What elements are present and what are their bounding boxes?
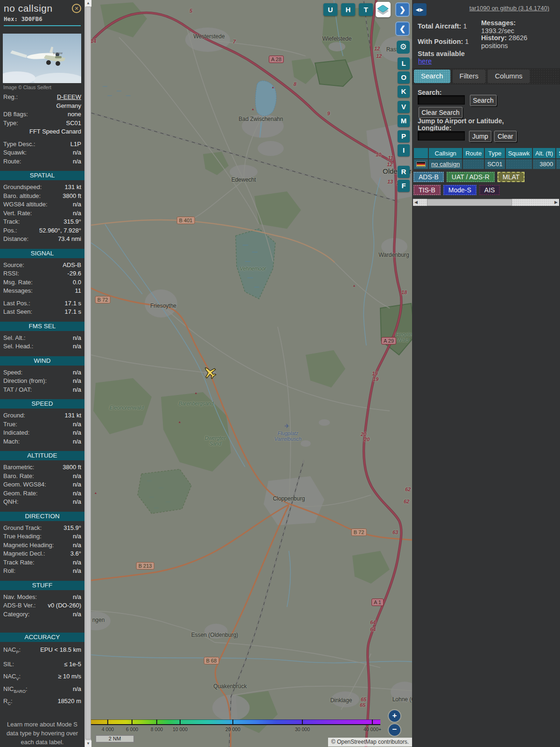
map-label: ▲ — [178, 420, 182, 423]
zoom-out-button[interactable]: − — [389, 724, 400, 736]
total-aircraft: Total Aircraft: 1 — [418, 22, 467, 30]
table-row[interactable]: no callsign SC01 3800 — [414, 159, 560, 169]
map-label: Flugplatz — [278, 430, 299, 436]
source-badge[interactable]: MLAT — [497, 172, 525, 182]
map-label: 5 — [189, 8, 192, 14]
column-header[interactable]: Route — [463, 148, 484, 158]
panel-tab[interactable]: Filters — [453, 70, 486, 83]
map-shortcut-button[interactable]: I — [398, 144, 410, 156]
jump-button[interactable]: Jump — [469, 131, 491, 142]
source-badge[interactable]: TIS-B — [413, 185, 441, 195]
data-row: Category:n/a — [3, 610, 81, 619]
section-stuff: STUFFNav. Modes:n/aADS-B Ver.:v0 (DO-260… — [0, 581, 84, 619]
row-callsign-link[interactable]: no callsign — [431, 161, 460, 168]
map-label: 8 — [294, 81, 296, 87]
gear-icon[interactable]: ⚙ — [397, 41, 410, 54]
map-shortcut-button[interactable]: R — [398, 166, 410, 178]
map-shortcut-button[interactable]: M — [398, 115, 410, 127]
map-label: A 29 — [381, 337, 396, 345]
map-letter-buttons: L O K V M P I R F — [398, 57, 410, 194]
column-header[interactable]: S — [556, 148, 560, 158]
source-badge[interactable]: UAT / ADS-R — [447, 172, 495, 182]
data-row: Speed:n/a — [3, 368, 81, 377]
source-badge[interactable]: Mode-S — [443, 185, 476, 195]
panel-tab[interactable]: Columns — [488, 70, 529, 83]
close-icon[interactable]: ✕ — [72, 4, 81, 13]
map-mode-button[interactable]: H — [341, 3, 355, 16]
hscroll-thumb[interactable] — [427, 199, 512, 206]
map-shortcut-button[interactable]: V — [398, 101, 410, 113]
expand-right-icon[interactable]: ❯ — [395, 2, 410, 17]
row-squawk — [506, 159, 532, 169]
map-attribution[interactable]: © OpenStreetMap contributors. — [328, 738, 412, 747]
map-label: Wald — [397, 337, 409, 343]
map-shortcut-button[interactable]: L — [398, 57, 410, 70]
map-mode-button[interactable]: U — [323, 3, 337, 16]
data-row: Ground:131 kt — [3, 411, 81, 420]
column-header[interactable]: Alt. (ft) — [533, 148, 555, 158]
info-row: Type Desc.: L1P — [3, 140, 81, 149]
map-shortcut-button[interactable]: P — [398, 130, 410, 142]
panel-tab[interactable]: Search — [414, 70, 450, 83]
scrollbar-thumb[interactable] — [85, 7, 91, 740]
jump-input[interactable] — [418, 131, 465, 141]
stats-here-link[interactable]: here — [418, 57, 432, 65]
sidebar-scrollbar[interactable]: ▲ ▼ — [84, 0, 91, 747]
map-label: 64 — [370, 620, 376, 625]
table-horizontal-scrollbar[interactable]: ◀ ▶ — [413, 199, 559, 206]
search-button[interactable]: Search — [470, 95, 497, 106]
data-row: Geom. WGS84:n/a — [3, 480, 81, 489]
clear-search-button[interactable]: Clear Search — [419, 107, 462, 118]
history-count: History: 28626 positions — [481, 34, 527, 50]
map-label: 65 — [360, 702, 365, 708]
data-row: Sel. Alt.:n/a — [3, 334, 81, 343]
map-label: 62 — [405, 486, 411, 492]
scroll-up-icon[interactable]: ▲ — [85, 0, 91, 7]
panel-toggle-icon[interactable]: ◀▶ — [413, 3, 427, 16]
search-input[interactable] — [418, 95, 465, 105]
column-header[interactable]: Squawk — [506, 148, 532, 158]
altitude-tick: 20 000 — [225, 719, 240, 732]
layers-icon[interactable] — [376, 2, 391, 17]
scroll-left-icon[interactable]: ◀ — [413, 199, 419, 206]
map-canvas[interactable]: Westerstede Wiefelstede Rastede Bad Zwis… — [91, 0, 412, 747]
data-row: Roll:n/a — [3, 567, 81, 576]
map-shortcut-button[interactable]: F — [398, 180, 410, 192]
row-route — [463, 159, 484, 169]
section-spatial: SPATIALGroundspeed:131 ktBaro. altitude:… — [0, 171, 84, 244]
map-label: 14 — [91, 38, 96, 44]
map-shortcut-button[interactable]: O — [398, 71, 410, 84]
section-title: ALTITUDE — [0, 451, 84, 460]
data-row: WGS84 altitude:n/a — [3, 200, 81, 209]
data-row: True Heading:n/a — [3, 532, 81, 541]
data-row: Baro. altitude:3800 ft — [3, 192, 81, 201]
map-label: Quakenbrück — [213, 683, 246, 690]
clear-button[interactable]: Clear — [494, 131, 517, 142]
map-mode-button[interactable]: T — [359, 3, 373, 16]
section-title: FMS SEL — [0, 322, 84, 331]
map-label: 9 — [327, 111, 330, 116]
column-header[interactable]: Type — [485, 148, 505, 158]
scroll-right-icon[interactable]: ▶ — [553, 199, 559, 206]
github-link[interactable]: tar1090 on github (3.14.1740) — [469, 5, 549, 12]
column-header[interactable] — [414, 148, 428, 158]
map-label: ▲ — [252, 107, 255, 111]
map-label: Wardenburg — [378, 252, 409, 258]
altitude-tick: 6 000 — [126, 719, 138, 732]
map-label: Vehnemoor — [240, 266, 266, 271]
source-badge[interactable]: ADS-B — [413, 172, 444, 182]
data-row: Indicated:n/a — [3, 429, 81, 437]
zoom-in-button[interactable]: + — [389, 710, 400, 722]
column-header[interactable]: Callsign — [429, 148, 462, 158]
germany-flag-icon — [416, 162, 426, 167]
map-shortcut-button[interactable]: K — [398, 85, 410, 98]
aircraft-photo[interactable]: D-EEEW — [3, 34, 81, 83]
table-header-row: CallsignRouteTypeSquawkAlt. (ft)S — [414, 148, 560, 158]
map-label: 12 — [387, 162, 392, 167]
accuracy-row: NICBARO: n/a — [3, 684, 81, 697]
aircraft-icon[interactable] — [202, 364, 217, 380]
scroll-down-icon[interactable]: ▼ — [85, 740, 91, 747]
collapse-left-icon[interactable]: ❮ — [395, 21, 410, 36]
source-badge[interactable]: AIS — [479, 185, 500, 195]
map-top-buttons: U H T — [323, 3, 373, 16]
